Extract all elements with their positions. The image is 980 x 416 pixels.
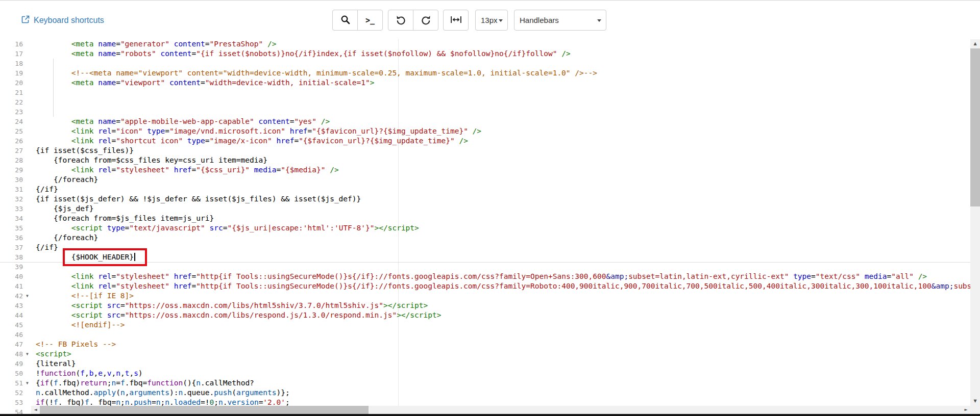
line-number: 32: [0, 194, 23, 204]
redo-icon: [421, 14, 431, 27]
code-text: {/foreach}: [36, 233, 98, 243]
code-text: <meta name="robots" content="{if isset($…: [36, 49, 571, 59]
code-line-32[interactable]: 32{if isset($js_defer) && !$js_defer && …: [0, 194, 970, 204]
code-line-52[interactable]: 52n.callMethod.apply(n,arguments):n.queu…: [0, 388, 970, 398]
fold-toggle-icon[interactable]: ▼: [24, 378, 31, 388]
code-line-48[interactable]: 48▼<script>: [0, 349, 970, 359]
arrow-left-icon: ◄: [34, 408, 37, 412]
vertical-scrollbar[interactable]: ▲ ▼: [970, 39, 980, 406]
line-number: 41: [0, 281, 23, 291]
scroll-up-button[interactable]: ▲: [970, 39, 980, 48]
arrow-right-icon: ►: [964, 408, 967, 412]
line-number: 36: [0, 233, 23, 243]
arrow-down-icon: ▼: [973, 399, 976, 403]
scrollbar-corner: [970, 406, 980, 414]
fold-toggle-icon[interactable]: ▼: [24, 291, 31, 301]
line-number: 43: [0, 301, 23, 310]
fold-toggle-icon[interactable]: ▼: [24, 349, 31, 359]
code-line-41[interactable]: 41 <link rel="stylesheet" href="http{if …: [0, 281, 970, 291]
code-text: <script src="https://oss.maxcdn.com/libs…: [36, 310, 441, 320]
scroll-left-button[interactable]: ◄: [31, 406, 40, 414]
undo-icon: [396, 14, 406, 27]
code-text: <!--[if IE 8]>: [36, 291, 134, 301]
code-line-39[interactable]: 39: [0, 262, 970, 272]
keyboard-shortcuts-link[interactable]: Keyboard shortcuts: [21, 15, 104, 25]
code-text: {foreach from=$css_files key=css_uri ite…: [36, 155, 267, 165]
code-line-27[interactable]: 27{if isset($css_files)}: [0, 146, 970, 155]
code-line-28[interactable]: 28 {foreach from=$css_files key=css_uri …: [0, 155, 970, 165]
code-line-38[interactable]: 38 {$HOOK_HEADER}: [0, 252, 970, 262]
code-line-29[interactable]: 29 <link rel="stylesheet" href="{$css_ur…: [0, 165, 970, 175]
code-line-30[interactable]: 30 {/foreach}: [0, 175, 970, 185]
fullwidth-button[interactable]: [443, 10, 469, 31]
code-line-46[interactable]: 46: [0, 330, 970, 340]
code-line-35[interactable]: 35 <script type="text/javascript" src="{…: [0, 223, 970, 233]
search-icon: [340, 15, 350, 26]
keyboard-shortcuts-label: Keyboard shortcuts: [34, 16, 104, 25]
terminal-button[interactable]: >_: [357, 10, 383, 31]
code-text: <meta name="generator" content="PrestaSh…: [36, 39, 276, 49]
code-line-45[interactable]: 45 <![endif]-->: [0, 320, 970, 330]
code-line-36[interactable]: 36 {/foreach}: [0, 233, 970, 243]
line-number: 29: [0, 165, 23, 175]
code-line-49[interactable]: 49{literal}: [0, 359, 970, 369]
undo-button[interactable]: [388, 10, 413, 31]
code-text: <link rel="shortcut icon" type="image/x-…: [36, 136, 468, 146]
horizontal-scrollbar-thumb[interactable]: [40, 406, 369, 414]
code-line-33[interactable]: 33 {$js_def}: [0, 204, 970, 214]
code-line-42[interactable]: 42▼ <!--[if IE 8]>: [0, 291, 970, 301]
font-size-select[interactable]: 13px: [475, 10, 508, 31]
line-number: 35: [0, 223, 23, 233]
scroll-down-button[interactable]: ▼: [970, 397, 980, 406]
line-number: 52: [0, 388, 23, 398]
search-button-group: >_: [332, 10, 383, 31]
code-line-34[interactable]: 34 {foreach from=$js_files item=js_uri}: [0, 214, 970, 223]
code-line-25[interactable]: 25 <link rel="icon" type="image/vnd.micr…: [0, 126, 970, 136]
code-line-18[interactable]: 18: [0, 59, 970, 68]
code-text: {if isset($css_files)}: [36, 146, 134, 155]
code-line-31[interactable]: 31{/if}: [0, 185, 970, 194]
code-text: <script type="text/javascript" src="{$js…: [36, 223, 419, 233]
code-line-47[interactable]: 47<!-- FB Pixels -->: [0, 340, 970, 349]
code-line-44[interactable]: 44 <script src="https://oss.maxcdn.com/l…: [0, 310, 970, 320]
line-number: 49: [0, 359, 23, 369]
code-text: <meta name="apple-mobile-web-app-capable…: [36, 117, 330, 126]
line-number: 42: [0, 291, 23, 301]
code-text: {$HOOK_HEADER}: [36, 252, 147, 262]
code-line-20[interactable]: 20 <meta name="viewport" content="width=…: [0, 78, 970, 88]
syntax-mode-select[interactable]: Handlebars: [514, 10, 606, 31]
line-number: 28: [0, 155, 23, 165]
line-number: 25: [0, 126, 23, 136]
code-text: {if isset($js_defer) && !$js_defer && is…: [36, 194, 361, 204]
code-line-24[interactable]: 24 <meta name="apple-mobile-web-app-capa…: [0, 117, 970, 126]
code-line-22[interactable]: 22: [0, 97, 970, 107]
code-line-50[interactable]: 50!function(f,b,e,v,n,t,s): [0, 369, 970, 378]
undo-redo-group: [388, 10, 438, 31]
code-line-40[interactable]: 40 <link rel="stylesheet" href="http{if …: [0, 272, 970, 281]
code-line-51[interactable]: 51▼{if(f.fbq)return;n=f.fbq=function(){n…: [0, 378, 970, 388]
line-number: 51: [0, 378, 23, 388]
code-editor[interactable]: 16 <meta name="generator" content="Prest…: [0, 39, 980, 416]
code-line-23[interactable]: 23: [0, 107, 970, 117]
window-bottom-edge: [0, 414, 980, 416]
line-number: 20: [0, 78, 23, 88]
line-number: 34: [0, 214, 23, 223]
line-number: 38: [0, 252, 23, 262]
code-line-26[interactable]: 26 <link rel="shortcut icon" type="image…: [0, 136, 970, 146]
code-line-21[interactable]: 21: [0, 88, 970, 97]
terminal-icon: >_: [365, 16, 375, 25]
redo-button[interactable]: [413, 10, 438, 31]
vertical-scrollbar-thumb[interactable]: [970, 48, 980, 206]
search-button[interactable]: [332, 10, 358, 31]
line-number: 22: [0, 97, 23, 107]
code-line-16[interactable]: 16 <meta name="generator" content="Prest…: [0, 39, 970, 49]
code-text: <script src="https://oss.maxcdn.com/libs…: [36, 301, 428, 310]
code-line-17[interactable]: 17 <meta name="robots" content="{if isse…: [0, 49, 970, 59]
code-line-19[interactable]: 19 <!--<meta name="viewport" content="wi…: [0, 68, 970, 78]
code-text: <!--<meta name="viewport" content="width…: [36, 68, 597, 78]
horizontal-scrollbar[interactable]: ◄ ►: [31, 406, 970, 414]
chevron-down-icon: [597, 19, 601, 22]
code-line-43[interactable]: 43 <script src="https://oss.maxcdn.com/l…: [0, 301, 970, 310]
code-text: <![endif]-->: [36, 320, 125, 330]
scroll-right-button[interactable]: ►: [962, 406, 970, 414]
